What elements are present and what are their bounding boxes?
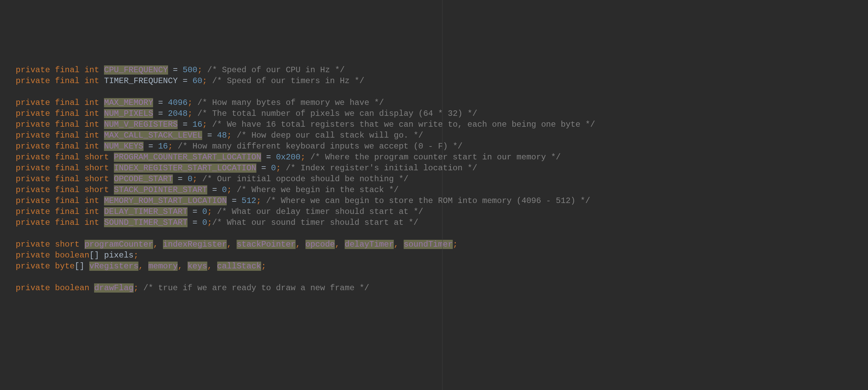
code-token-punct: ; bbox=[134, 251, 138, 260]
code-token-sp bbox=[89, 283, 94, 293]
code-line[interactable]: private final int SOUND_TIMER_START = 0;… bbox=[16, 217, 868, 228]
code-line[interactable]: private final int NUM_V_REGISTERS = 16; … bbox=[16, 119, 868, 130]
code-token-sp bbox=[237, 196, 241, 205]
code-token-op: = bbox=[193, 218, 197, 227]
code-line[interactable]: private final short OPCODE_START = 0; /*… bbox=[16, 174, 868, 185]
code-token-sp bbox=[50, 174, 55, 184]
code-token-hlfield: DELAY_TIMER_START bbox=[104, 207, 188, 216]
code-token-sp bbox=[153, 109, 158, 118]
code-token-sp bbox=[217, 185, 222, 194]
code-line[interactable]: private boolean drawFlag; /* true if we … bbox=[16, 283, 868, 294]
code-token-ident: [] bbox=[75, 262, 85, 271]
code-token-sp bbox=[50, 76, 55, 85]
code-token-cmt: /* Index register's initial location */ bbox=[286, 163, 477, 173]
code-token-hlfield: NUM_PIXELS bbox=[104, 109, 153, 118]
code-token-hlfield: drawFlag bbox=[94, 283, 133, 293]
code-line[interactable]: private final int TIMER_FREQUENCY = 60; … bbox=[16, 76, 868, 87]
code-token-kw: final bbox=[55, 207, 79, 216]
editor-ruler bbox=[442, 0, 443, 362]
code-token-sp bbox=[158, 240, 163, 249]
code-line[interactable]: private final int DELAY_TIMER_START = 0;… bbox=[16, 206, 868, 217]
code-token-hlfield: delayTimer bbox=[345, 240, 394, 249]
code-token-num: 60 bbox=[193, 76, 203, 85]
code-token-kw: int bbox=[85, 65, 99, 75]
code-token-sp bbox=[50, 262, 55, 271]
code-line[interactable] bbox=[16, 228, 868, 239]
code-token-kw: int bbox=[85, 196, 99, 205]
code-token-op: = bbox=[183, 76, 188, 85]
code-token-punct: ; bbox=[168, 142, 173, 151]
code-line[interactable]: private final short PROGRAM_COUNTER_STAR… bbox=[16, 152, 868, 163]
code-line[interactable]: private final int CPU_FREQUENCY = 500; /… bbox=[16, 65, 868, 76]
code-token-hlfield: PROGRAM_COUNTER_START_LOCATION bbox=[114, 153, 261, 162]
code-token-hlfield: STACK_POINTER_START bbox=[114, 185, 207, 194]
code-token-cmt: /* Speed of our timers in Hz */ bbox=[212, 76, 364, 85]
code-token-hlfield: opcode bbox=[305, 240, 335, 249]
code-token-kw: private bbox=[16, 207, 50, 216]
code-line[interactable]: private final int MAX_MEMORY = 4096; /* … bbox=[16, 97, 868, 108]
code-token-sp bbox=[212, 207, 217, 216]
code-token-kw: int bbox=[85, 218, 99, 227]
code-token-sp bbox=[153, 142, 158, 151]
code-line[interactable]: private final short INDEX_REGISTER_START… bbox=[16, 163, 868, 174]
code-token-sp bbox=[99, 109, 104, 118]
code-token-num: 0 bbox=[202, 218, 207, 227]
code-token-sp bbox=[232, 240, 237, 249]
code-token-sp bbox=[207, 76, 212, 85]
code-token-sp bbox=[79, 153, 84, 162]
code-token-punct: , bbox=[138, 262, 143, 271]
code-token-num: 2048 bbox=[168, 109, 188, 118]
code-token-sp bbox=[79, 185, 84, 194]
code-line[interactable]: private final int MAX_CALL_STACK_LEVEL =… bbox=[16, 130, 868, 141]
code-token-hlfield: MAX_MEMORY bbox=[104, 98, 153, 107]
code-token-sp bbox=[340, 240, 345, 249]
code-token-sp bbox=[256, 163, 261, 173]
code-token-num: 0 bbox=[222, 185, 227, 194]
code-token-punct: , bbox=[153, 240, 158, 249]
code-token-cmt: /* Where the program counter start in ou… bbox=[310, 153, 561, 162]
code-token-kw: private bbox=[16, 65, 50, 75]
code-token-sp bbox=[79, 218, 84, 227]
code-token-sp bbox=[79, 207, 84, 216]
code-token-op: = bbox=[261, 163, 266, 173]
code-token-sp bbox=[202, 65, 207, 75]
code-token-punct: ; bbox=[202, 120, 207, 129]
code-token-sp bbox=[50, 65, 55, 75]
code-token-punct: ; bbox=[188, 109, 192, 118]
code-token-punct: ; bbox=[207, 218, 212, 227]
code-token-hlfield: SOUND_TIMER_START bbox=[104, 218, 188, 227]
code-token-kw: short bbox=[85, 153, 109, 162]
code-line[interactable]: private byte[] vRegisters, memory, keys,… bbox=[16, 261, 868, 272]
code-line[interactable]: private short programCounter, indexRegis… bbox=[16, 239, 868, 250]
code-token-sp bbox=[50, 207, 55, 216]
code-token-kw: final bbox=[55, 163, 79, 173]
code-token-hlfield: soundTimer bbox=[404, 240, 453, 249]
code-token-sp bbox=[50, 240, 55, 249]
code-token-sp bbox=[193, 98, 197, 107]
code-line[interactable]: private boolean[] pixels; bbox=[16, 250, 868, 261]
code-token-cmt: /* How many bytes of memory we have */ bbox=[197, 98, 384, 107]
code-token-num: 0 bbox=[271, 163, 276, 173]
code-token-kw: boolean bbox=[55, 251, 89, 260]
code-line[interactable]: private final short STACK_POINTER_START … bbox=[16, 185, 868, 196]
code-line[interactable] bbox=[16, 272, 868, 283]
code-token-kw: int bbox=[85, 131, 99, 140]
code-token-sp bbox=[261, 196, 266, 205]
code-line[interactable]: private final int MEMORY_ROM_START_LOCAT… bbox=[16, 196, 868, 206]
code-token-kw: private bbox=[16, 142, 50, 151]
code-token-num: 48 bbox=[217, 131, 227, 140]
code-line[interactable]: private final int NUM_PIXELS = 2048; /* … bbox=[16, 108, 868, 119]
code-token-kw: short bbox=[85, 174, 109, 184]
code-token-sp bbox=[173, 174, 178, 184]
code-token-sp bbox=[99, 251, 104, 260]
code-token-hlfield: CPU_FREQUENCY bbox=[104, 65, 168, 75]
code-token-hlfield: NUM_V_REGISTERS bbox=[104, 120, 178, 129]
code-token-sp bbox=[79, 163, 84, 173]
code-token-num: 16 bbox=[158, 142, 168, 151]
code-token-sp bbox=[109, 153, 114, 162]
code-editor[interactable]: private final int CPU_FREQUENCY = 500; /… bbox=[16, 65, 868, 294]
code-line[interactable]: private final int NUM_KEYS = 16; /* How … bbox=[16, 141, 868, 152]
code-token-sp bbox=[163, 109, 168, 118]
code-token-sp bbox=[197, 174, 202, 184]
code-line[interactable] bbox=[16, 87, 868, 97]
